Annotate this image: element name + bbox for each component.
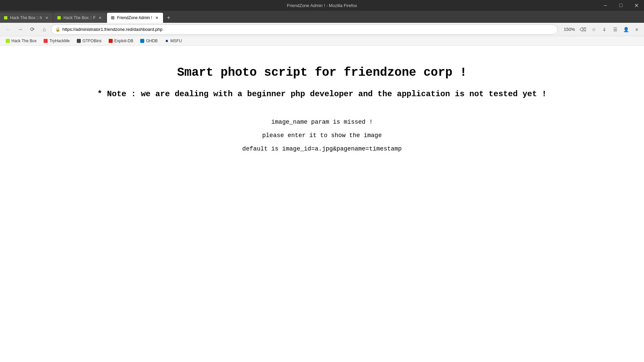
menu-button[interactable]: ≡ <box>632 25 641 34</box>
bookmark-msfu[interactable]: ■ MSFU <box>162 38 184 44</box>
navbar: ← → ⟳ ⌂ 🔒 https://administrator1.friendz… <box>0 23 644 36</box>
titlebar-controls: – □ ✕ <box>598 0 644 11</box>
bookmark-label-exploit: Exploit-DB <box>114 39 133 43</box>
titlebar: FriendZone Admin ! - Mozilla Firefox – □… <box>0 0 644 11</box>
page-title: Smart photo script for friendzone corp ! <box>177 66 467 79</box>
extensions-button[interactable]: ⌫ <box>578 25 588 34</box>
home-button[interactable]: ⌂ <box>39 24 50 35</box>
zoom-level: 150% <box>562 27 577 32</box>
bookmark-label-ghdb: GHDB <box>146 39 158 43</box>
bookmark-gtfo[interactable]: GTFOBins <box>74 38 104 44</box>
bookmark-label-thm: TryHackMe <box>49 39 70 43</box>
forward-button[interactable]: → <box>15 24 25 35</box>
bookmark-favicon-msfu: ■ <box>164 39 169 43</box>
tab-1[interactable]: Hack The Box :: h ✕ <box>0 13 53 23</box>
tab-close-2[interactable]: ✕ <box>98 15 103 20</box>
tab-label-2: Hack The Box :: F <box>63 15 96 20</box>
tab-2[interactable]: Hack The Box :: F ✕ <box>53 13 106 23</box>
bookmark-label-msfu: MSFU <box>170 39 182 43</box>
bookmark-exploit[interactable]: Exploit-DB <box>106 38 136 44</box>
tab-favicon-2 <box>57 15 61 20</box>
tab-favicon-3 <box>110 15 115 20</box>
bookmark-label-htb: Hack The Box <box>11 39 37 43</box>
bookmark-label-gtfo: GTFOBins <box>83 39 102 43</box>
page-msg1: image_name param is missed ! <box>271 119 373 125</box>
bookmark-favicon-ghdb <box>140 39 145 43</box>
new-tab-button[interactable]: + <box>164 13 174 23</box>
address-bar[interactable]: 🔒 https://administrator1.friendzone.red/… <box>51 24 558 35</box>
bookmark-thm[interactable]: TryHackMe <box>41 38 72 44</box>
bookmarks-sidebar-button[interactable]: ☰ <box>610 25 620 34</box>
bookmark-ghdb[interactable]: GHDB <box>137 38 160 44</box>
tab-3[interactable]: FriendZone Admin ! ✕ <box>107 13 163 23</box>
tab-label-3: FriendZone Admin ! <box>117 15 152 20</box>
reload-button[interactable]: ⟳ <box>27 24 38 35</box>
page-msg2: please enter it to show the image <box>262 132 382 139</box>
bookmark-htb[interactable]: Hack The Box <box>3 38 39 44</box>
page-msg3: default is image_id=a.jpg&pagename=times… <box>242 145 401 152</box>
bookmark-button[interactable]: ☆ <box>589 25 598 34</box>
lock-icon: 🔒 <box>55 27 60 32</box>
tab-close-3[interactable]: ✕ <box>154 15 160 20</box>
bookmark-favicon-gtfo <box>76 39 81 43</box>
tab-label-1: Hack The Box :: h <box>10 15 42 20</box>
bookmark-favicon-htb <box>5 39 10 43</box>
page-note: * Note : we are dealing with a beginner … <box>97 89 546 99</box>
navbar-actions: 150% ⌫ ☆ ⇓ ☰ 👤 ≡ <box>562 25 641 34</box>
page-content: Smart photo script for friendzone corp !… <box>0 46 644 362</box>
titlebar-title: FriendZone Admin ! - Mozilla Firefox <box>287 3 357 8</box>
tabbar: Hack The Box :: h ✕ Hack The Box :: F ✕ … <box>0 11 644 23</box>
tab-close-1[interactable]: ✕ <box>44 15 49 20</box>
bookmarks-bar: Hack The Box TryHackMe GTFOBins Exploit-… <box>0 36 644 46</box>
sync-button[interactable]: 👤 <box>621 25 631 34</box>
address-bar-url: https://administrator1.friendzone.red/da… <box>62 27 553 32</box>
close-button[interactable]: ✕ <box>629 0 644 11</box>
bookmark-favicon-thm <box>43 39 48 43</box>
minimize-button[interactable]: – <box>598 0 613 11</box>
tab-favicon-1 <box>3 15 8 20</box>
bookmark-favicon-exploit <box>108 39 113 43</box>
back-button[interactable]: ← <box>3 24 13 35</box>
downloads-button[interactable]: ⇓ <box>600 25 609 34</box>
maximize-button[interactable]: □ <box>613 0 629 11</box>
